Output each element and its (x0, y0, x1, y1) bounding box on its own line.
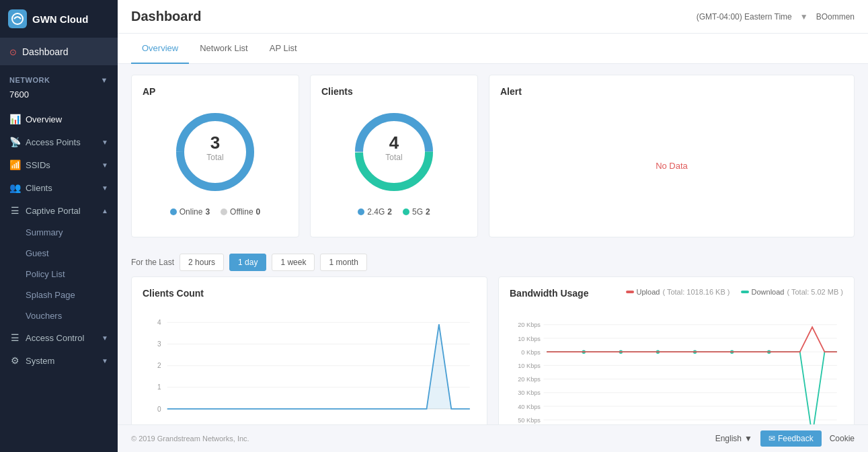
upload-color-dot (626, 291, 634, 293)
time-filter: For the Last 2 hours 1 day 1 week 1 mont… (118, 248, 868, 276)
topbar-right: (GMT-04:00) Eastern Time ▼ BOommen (697, 12, 855, 22)
clients-donut-chart: 4 Total (347, 105, 441, 199)
overview-icon: 📊 (9, 114, 20, 124)
chevron-up-icon-captive: ▲ (102, 207, 108, 215)
chevron-right-icon-clients: ▼ (102, 184, 108, 192)
chevron-down-icon: ▼ (101, 76, 108, 84)
download-color-dot (741, 291, 749, 293)
svg-marker-21 (167, 324, 470, 409)
sidebar-item-captive-portal[interactable]: ☰ Captive Portal ▲ (0, 199, 118, 222)
clients-card-title: Clients (321, 86, 467, 97)
sidebar-item-access-control[interactable]: ☰ Access Control ▼ (0, 326, 118, 349)
charts-row: Clients Count 4 3 2 1 0 (118, 276, 868, 424)
access-control-label: Access Control (26, 333, 84, 343)
network-name: 7600 (9, 88, 108, 105)
feedback-icon: ✉ (768, 434, 775, 443)
sidebar-subitem-vouchers[interactable]: Vouchers (0, 305, 118, 326)
upload-legend-item: Upload ( Total: 1018.16 KB ) (626, 288, 730, 296)
sidebar-item-clients[interactable]: 👥 Clients ▼ (0, 176, 118, 199)
dashboard-label: Dashboard (22, 46, 69, 57)
ap-offline-legend: Offline 0 (221, 207, 260, 217)
sidebar-item-ssids[interactable]: 📶 SSIDs ▼ (0, 153, 118, 176)
bandwidth-legend: Upload ( Total: 1018.16 KB ) Download ( … (626, 288, 843, 296)
ap-online-legend: Online 3 (170, 207, 210, 217)
time-btn-1month[interactable]: 1 month (320, 254, 366, 271)
footer-right: English ▼ ✉ Feedback Cookie (715, 430, 855, 447)
tab-overview[interactable]: Overview (131, 34, 189, 64)
svg-text:Total: Total (385, 153, 402, 162)
ssids-label: SSIDs (26, 160, 50, 170)
svg-text:0 Kbps: 0 Kbps (521, 349, 541, 356)
chevron-right-icon-ssids: ▼ (102, 161, 108, 169)
svg-text:0: 0 (157, 406, 161, 413)
clients-count-title: Clients Count (143, 288, 476, 299)
svg-text:2: 2 (157, 362, 161, 369)
sidebar-item-system[interactable]: ⚙ System ▼ (0, 349, 118, 372)
dashboard-nav-item[interactable]: ⊙ Dashboard (0, 38, 118, 65)
logo-icon (8, 9, 27, 28)
access-points-label: Access Points (26, 137, 81, 147)
ap-donut-container: 3 Total Online 3 Offline (143, 105, 288, 217)
timezone-display: (GMT-04:00) Eastern Time (697, 12, 792, 22)
bandwidth-chart-card: Bandwidth Usage Upload ( Total: 1018.16 … (498, 276, 855, 424)
online-dot (170, 209, 177, 215)
footer: © 2019 Grandstream Networks, Inc. Englis… (118, 424, 868, 452)
time-btn-2hours[interactable]: 2 hours (180, 254, 224, 271)
ap-donut-chart: 3 Total (168, 105, 262, 199)
alert-no-data: No Data (500, 105, 843, 226)
download-label: Download (752, 288, 785, 296)
time-btn-1week[interactable]: 1 week (272, 254, 315, 271)
svg-text:30 Kbps: 30 Kbps (518, 389, 541, 396)
svg-text:3: 3 (210, 133, 220, 153)
dashboard-icon: ⊙ (9, 47, 17, 57)
upload-label: Upload (637, 288, 660, 296)
sidebar-subitem-splash-page[interactable]: Splash Page (0, 285, 118, 305)
sidebar-item-overview[interactable]: 📊 Overview (0, 108, 118, 130)
sidebar-logo[interactable]: GWN Cloud (0, 0, 118, 38)
user-display: BOommen (816, 12, 855, 22)
no-data-text: No Data (656, 161, 688, 171)
svg-text:4: 4 (157, 319, 161, 326)
svg-text:20 Kbps: 20 Kbps (518, 322, 541, 328)
tab-ap-list[interactable]: AP List (259, 34, 308, 64)
svg-text:4: 4 (389, 133, 399, 153)
logo-text: GWN Cloud (32, 13, 88, 25)
clients-legend: 2.4G 2 5G 2 (358, 207, 430, 217)
sidebar-subitem-policy-list[interactable]: Policy List (0, 264, 118, 285)
dashboard-content: AP 3 Total Online 3 (118, 64, 868, 424)
cookie-link[interactable]: Cookie (830, 434, 855, 443)
svg-text:40 Kbps: 40 Kbps (518, 404, 541, 410)
clients-icon: 👥 (9, 182, 20, 193)
tabs-bar: Overview Network List AP List (118, 34, 868, 64)
clients-5g-legend: 5G 2 (403, 207, 430, 217)
sidebar-item-access-points[interactable]: 📡 Access Points ▼ (0, 130, 118, 153)
offline-dot (221, 209, 227, 215)
sidebar-subitem-guest[interactable]: Guest (0, 243, 118, 264)
clients-2g-legend: 2.4G 2 (358, 207, 392, 217)
alert-card-title: Alert (500, 86, 843, 97)
time-btn-1day[interactable]: 1 day (229, 254, 266, 271)
svg-point-0 (12, 13, 23, 24)
feedback-button[interactable]: ✉ Feedback (760, 430, 822, 447)
ap-legend: Online 3 Offline 0 (170, 207, 261, 217)
upload-total: ( Total: 1018.16 KB ) (662, 288, 729, 296)
language-text: English (715, 434, 742, 443)
5g-dot (403, 209, 409, 215)
svg-text:10 Kbps: 10 Kbps (518, 363, 541, 369)
clients-count-svg: 4 3 2 1 0 08:15AM 11:00AM (143, 304, 476, 424)
clients-card: Clients 4 Total (310, 75, 478, 237)
sidebar: GWN Cloud ⊙ Dashboard NETWORK ▼ 7600 📊 O… (0, 0, 118, 452)
language-selector[interactable]: English ▼ (715, 434, 752, 443)
copyright-text: © 2019 Grandstream Networks, Inc. (131, 435, 249, 443)
system-icon: ⚙ (9, 355, 20, 366)
time-filter-label: For the Last (131, 258, 174, 267)
sidebar-subitem-summary[interactable]: Summary (0, 222, 118, 243)
language-arrow-icon: ▼ (744, 434, 752, 443)
network-section-header: NETWORK ▼ (9, 72, 108, 88)
clients-count-chart-card: Clients Count 4 3 2 1 0 (131, 276, 487, 424)
tab-network-list[interactable]: Network List (189, 34, 259, 64)
system-label: System (26, 356, 54, 366)
access-points-icon: 📡 (9, 137, 20, 147)
access-control-icon: ☰ (9, 332, 20, 343)
captive-portal-icon: ☰ (9, 205, 20, 216)
